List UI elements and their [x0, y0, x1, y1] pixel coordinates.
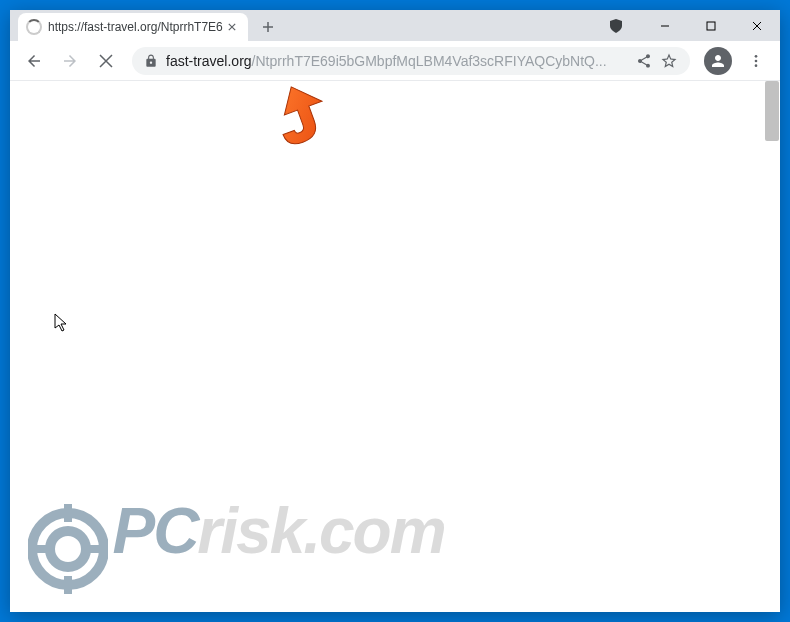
url-path: /NtprrhT7E69i5bGMbpfMqLBM4Vaf3scRFIYAQCy… [252, 53, 607, 69]
stop-icon [98, 53, 114, 69]
svg-point-1 [755, 55, 758, 58]
tab-row: https://fast-travel.org/NtprrhT7E6 [10, 10, 602, 41]
profile-button[interactable] [704, 47, 732, 75]
kebab-menu-icon [748, 53, 764, 69]
close-window-button[interactable] [734, 10, 780, 41]
svg-point-3 [755, 64, 758, 67]
scrollbar-thumb[interactable] [765, 81, 779, 141]
svg-rect-0 [707, 22, 715, 30]
stop-button[interactable] [90, 45, 122, 77]
tab-title: https://fast-travel.org/NtprrhT7E6 [48, 20, 224, 34]
arrow-left-icon [25, 52, 43, 70]
url-text: fast-travel.org/NtprrhT7E69i5bGMbpfMqLBM… [166, 53, 628, 69]
browser-window: https://fast-travel.org/NtprrhT7E6 [10, 10, 780, 612]
close-icon [752, 21, 762, 31]
address-bar[interactable]: fast-travel.org/NtprrhT7E69i5bGMbpfMqLBM… [132, 47, 690, 75]
back-button[interactable] [18, 45, 50, 77]
loading-spinner-icon [26, 19, 42, 35]
bookmark-star-icon[interactable] [660, 52, 678, 70]
new-tab-button[interactable] [254, 13, 282, 41]
url-domain: fast-travel.org [166, 53, 252, 69]
plus-icon [261, 20, 275, 34]
person-icon [709, 52, 727, 70]
minimize-button[interactable] [642, 10, 688, 41]
svg-point-2 [755, 59, 758, 62]
maximize-icon [706, 21, 716, 31]
browser-tab[interactable]: https://fast-travel.org/NtprrhT7E6 [18, 13, 248, 41]
forward-button[interactable] [54, 45, 86, 77]
share-icon[interactable] [636, 53, 652, 69]
toolbar: fast-travel.org/NtprrhT7E69i5bGMbpfMqLBM… [10, 41, 780, 81]
window-controls [602, 10, 780, 41]
arrow-right-icon [61, 52, 79, 70]
titlebar: https://fast-travel.org/NtprrhT7E6 [10, 10, 780, 41]
page-content [10, 81, 780, 612]
menu-button[interactable] [740, 45, 772, 77]
lock-icon [144, 54, 158, 68]
tab-close-button[interactable] [224, 19, 240, 35]
close-icon [228, 23, 236, 31]
maximize-button[interactable] [688, 10, 734, 41]
minimize-icon [660, 21, 670, 31]
shield-icon [602, 12, 630, 40]
